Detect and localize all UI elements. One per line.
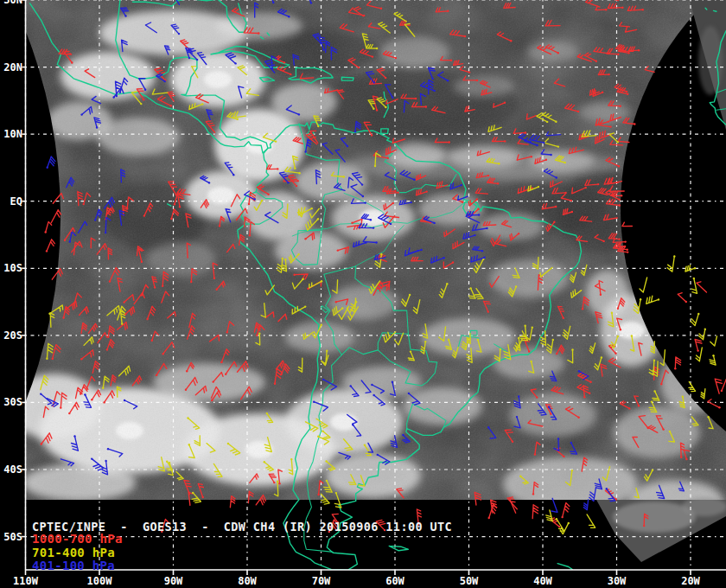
ir-imagery-layer	[6, 0, 726, 570]
legend-item-mid: 701-400 hPa	[32, 546, 115, 559]
satellite-map	[0, 0, 726, 588]
satellite-wind-product: 30N20N10NEQ10S20S30S40S50S 110W100W90W80…	[0, 0, 726, 588]
legend-item-high: 401-100 hPa	[32, 559, 115, 572]
legend-item-low: 1000-700 hPa	[32, 532, 123, 546]
